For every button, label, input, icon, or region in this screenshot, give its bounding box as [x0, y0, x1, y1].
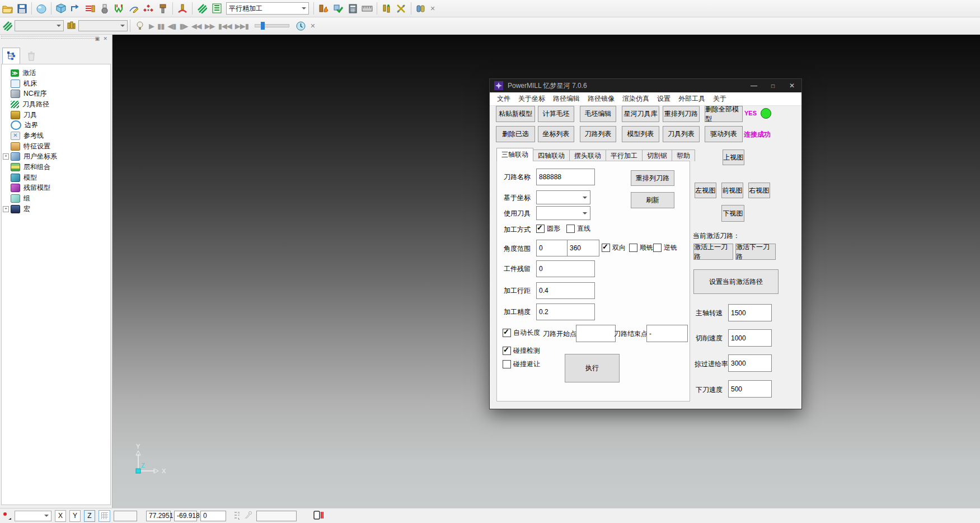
conventional-checkbox[interactable]: 逆铣: [653, 243, 677, 253]
toolbar-close-icon[interactable]: ✕: [308, 22, 317, 30]
tab-4axis[interactable]: 四轴联动: [533, 150, 570, 161]
plunge-feed-input[interactable]: 500: [728, 380, 772, 398]
axis-x-button[interactable]: X: [55, 510, 66, 522]
checkbox-icon[interactable]: [653, 244, 662, 252]
menu-about-coords[interactable]: 关于坐标: [514, 94, 549, 104]
collision-check-checkbox[interactable]: 碰撞检测: [503, 346, 540, 356]
tab-saw[interactable]: 切割锯: [642, 150, 672, 161]
left-view-button[interactable]: 左视图: [695, 183, 716, 198]
collision-avoid-checkbox[interactable]: 碰撞避让: [503, 359, 540, 369]
angle-from-input[interactable]: 0: [536, 240, 569, 256]
checkbox-icon[interactable]: [503, 360, 511, 368]
model-list-button[interactable]: 模型列表: [622, 126, 659, 142]
pause-icon[interactable]: ▮▮: [157, 22, 164, 30]
sim-tool-combo[interactable]: [78, 20, 128, 31]
feeds-icon[interactable]: [83, 2, 97, 15]
paste-new-model-button[interactable]: 粘贴新模型: [496, 106, 535, 122]
toolbar-close-icon[interactable]: ✕: [428, 5, 437, 12]
ruler-icon[interactable]: [360, 2, 374, 15]
end-point-input[interactable]: -: [646, 325, 688, 342]
ball-tool-icon[interactable]: [98, 2, 111, 15]
coord-x-field[interactable]: 77.2951: [146, 511, 171, 521]
statusbar-combo[interactable]: [15, 511, 51, 521]
tree-item-activate[interactable]: ≫激活: [2, 68, 110, 78]
checkbox-icon[interactable]: [629, 244, 637, 252]
menu-render-sim[interactable]: 渲染仿真: [618, 94, 653, 104]
close-icon[interactable]: ✕: [782, 79, 801, 92]
menu-external-tools[interactable]: 外部工具: [674, 94, 709, 104]
explorer-tab-trash[interactable]: [22, 48, 40, 64]
checkbox-checked-icon[interactable]: [503, 347, 511, 355]
sim-speed-slider[interactable]: [255, 24, 289, 27]
delete-selected-button[interactable]: 删除已选: [496, 126, 535, 142]
checkbox-checked-icon[interactable]: [503, 329, 511, 337]
cutting-feed-input[interactable]: 1000: [728, 329, 772, 347]
tree-item-machine[interactable]: 机床: [2, 78, 110, 89]
bottom-view-button[interactable]: 下视图: [721, 205, 744, 222]
stock-edit-button[interactable]: 毛坯编辑: [580, 106, 616, 122]
right-view-button[interactable]: 右视图: [748, 183, 770, 198]
curve-edit-icon[interactable]: [127, 2, 140, 15]
step-back-icon[interactable]: ◀▮: [167, 22, 176, 30]
tree-item-feature-sets[interactable]: 特征设置: [2, 141, 110, 152]
minimize-icon[interactable]: —: [744, 79, 763, 92]
menu-path-mirror[interactable]: 路径镜像: [584, 94, 618, 104]
tab-help[interactable]: 帮助: [672, 150, 695, 161]
step-forward-icon[interactable]: ▮▶: [179, 22, 187, 30]
menu-path-edit[interactable]: 路径编辑: [549, 94, 584, 104]
pattern-icon[interactable]: [142, 2, 155, 15]
checkbox-icon[interactable]: [566, 225, 575, 233]
axis-y-button[interactable]: Y: [69, 510, 81, 522]
toolpath-icon[interactable]: [195, 2, 209, 15]
angle-to-input[interactable]: 360: [567, 240, 599, 256]
tree-item-patterns[interactable]: ✕参考线: [2, 130, 110, 141]
explorer-tab-hierarchy[interactable]: [2, 48, 20, 64]
set-active-path-button[interactable]: 设置当前激活路径: [693, 269, 779, 294]
coord-y-field[interactable]: -69.918: [174, 511, 197, 521]
coord-z-field[interactable]: 0: [200, 511, 226, 521]
tab-3axis[interactable]: 三轴联动: [496, 148, 533, 161]
tool-holder-icon[interactable]: [156, 2, 170, 15]
holder-profile-icon[interactable]: [112, 2, 126, 15]
cylinder-pair-icon[interactable]: [414, 2, 428, 15]
tree-item-macros[interactable]: +宏: [2, 204, 110, 214]
calc-fire-icon[interactable]: [317, 2, 330, 15]
tree-item-groups[interactable]: 组: [2, 193, 110, 204]
coord-list-icon[interactable]: [234, 511, 241, 521]
bulb-icon[interactable]: [133, 19, 147, 32]
toolpath-name-input[interactable]: 888888: [536, 169, 595, 185]
start-point-input[interactable]: [576, 325, 616, 342]
tool-library-button[interactable]: 星河刀具库: [622, 106, 659, 122]
probe-icon[interactable]: [244, 511, 253, 521]
open-icon[interactable]: [1, 2, 14, 15]
axis-z-button[interactable]: Z: [84, 510, 95, 522]
tree-item-stock-models[interactable]: 残留模型: [2, 183, 110, 194]
panel-float-icon[interactable]: ▣: [95, 36, 100, 41]
menu-about[interactable]: 关于: [709, 94, 730, 104]
calc-stock-button[interactable]: 计算毛坯: [538, 106, 574, 122]
climb-checkbox[interactable]: 顺铣: [629, 243, 653, 253]
tree-item-levels[interactable]: 层和组合: [2, 162, 110, 172]
slider-thumb[interactable]: [261, 22, 265, 30]
cursor-mode-icon[interactable]: [2, 511, 11, 520]
circle-checkbox[interactable]: 圆形: [536, 224, 560, 234]
verify-icon[interactable]: [331, 2, 345, 15]
play-icon[interactable]: ▶: [149, 22, 154, 30]
tree-item-toolpaths[interactable]: 刀具路径: [2, 99, 110, 110]
tolerance-input[interactable]: 0.2: [536, 303, 595, 320]
swap-arrows-icon[interactable]: [395, 2, 408, 15]
expand-icon[interactable]: +: [3, 206, 9, 212]
drive-list-button[interactable]: 驱动列表: [705, 126, 743, 142]
line-checkbox[interactable]: 直线: [566, 224, 590, 234]
refresh-button[interactable]: 刷新: [631, 192, 674, 208]
calculator-icon[interactable]: [346, 2, 359, 15]
tab-parallel[interactable]: 平行加工: [606, 150, 643, 161]
activate-prev-button[interactable]: 激活上一刀路: [693, 244, 733, 260]
tool-pair-icon[interactable]: [380, 2, 393, 15]
shading-icon[interactable]: [35, 2, 48, 15]
panel-close-icon[interactable]: ✕: [103, 36, 107, 41]
tree-item-tools[interactable]: 刀具: [2, 110, 110, 120]
stock-left-input[interactable]: 0: [536, 260, 595, 277]
page-split-icon[interactable]: [313, 510, 323, 522]
use-tool-select[interactable]: [536, 206, 590, 220]
